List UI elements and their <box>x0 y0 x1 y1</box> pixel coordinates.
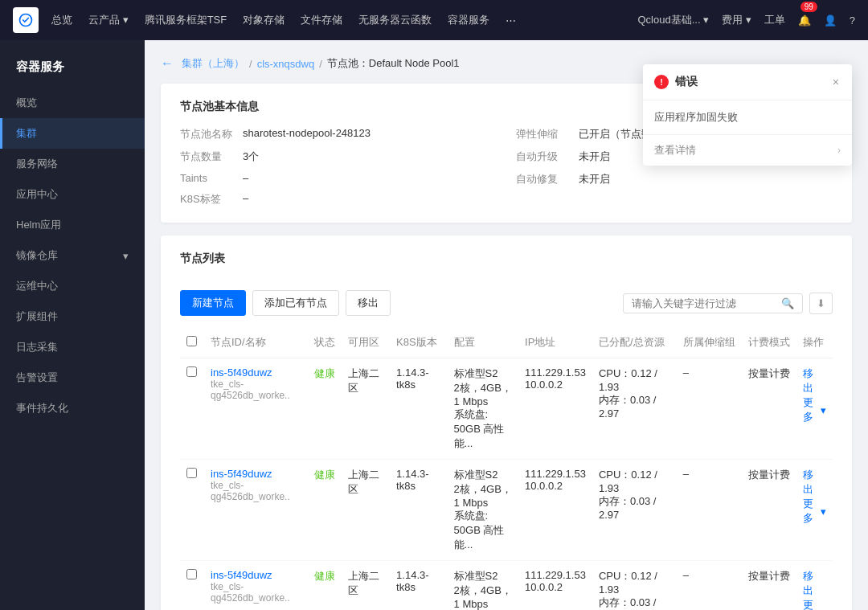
sidebar-item-overview[interactable]: 概览 <box>0 88 145 118</box>
breadcrumb-cluster[interactable]: 集群（上海） <box>182 56 244 71</box>
table-row: ins-5f49duwz tke_cls-qg4526db_worke.. 健康… <box>180 358 833 460</box>
nav-cloud-products[interactable]: 云产品 ▾ <box>88 13 129 27</box>
info-value-autorepair: 未开启 <box>579 172 610 186</box>
info-label-autorepair: 自动修复 <box>516 172 572 186</box>
node-billing-2: 按量计费 <box>742 561 796 611</box>
search-area: 🔍 ⬇ <box>623 293 833 314</box>
nav-user-icon[interactable]: 👤 <box>824 14 837 27</box>
row-checkbox-0[interactable] <box>186 366 197 377</box>
nav-billing[interactable]: 费用 ▾ <box>722 13 751 27</box>
col-status: 状态 <box>308 327 342 358</box>
col-checkbox <box>180 327 204 358</box>
node-migrate-action-1[interactable]: 移出 <box>803 469 813 495</box>
sidebar-item-registry[interactable]: 镜像仓库 ▾ <box>0 240 145 271</box>
sidebar-item-cluster[interactable]: 集群 <box>0 118 145 149</box>
col-resources: 已分配/总资源 <box>592 327 677 358</box>
node-subname-1: tke_cls-qg4526db_worke.. <box>211 480 301 502</box>
sidebar-item-helm[interactable]: Helm应用 <box>0 210 145 240</box>
error-detail-link[interactable]: 查看详情 › <box>643 134 852 166</box>
new-node-button[interactable]: 新建节点 <box>180 290 246 316</box>
col-action: 操作 <box>796 327 833 358</box>
nav-tke[interactable]: 容器服务 <box>448 13 489 27</box>
node-ip-0: 111.229.1.53 10.0.0.2 <box>518 358 592 460</box>
table-row: ins-5f49duwz tke_cls-qg4526db_worke.. 健康… <box>180 460 833 561</box>
download-icon[interactable]: ⬇ <box>809 293 833 314</box>
col-scale-group: 所属伸缩组 <box>677 327 742 358</box>
dropdown-arrow-icon: ▾ <box>821 607 826 611</box>
node-id-link-1[interactable]: ins-5f49duwz <box>211 468 272 480</box>
node-resources-0: CPU：0.12 / 1.93 内存：0.03 / 2.97 <box>592 358 677 460</box>
row-checkbox-2[interactable] <box>186 569 197 579</box>
sidebar-item-extensions[interactable]: 扩展组件 <box>0 301 145 332</box>
logo[interactable] <box>13 7 39 33</box>
breadcrumb-current: 节点池：Default Node Pool1 <box>327 56 460 71</box>
node-billing-1: 按量计费 <box>742 460 796 561</box>
info-row-k8s-labels: K8S标签 – <box>180 192 497 207</box>
col-k8s: K8S版本 <box>390 327 447 358</box>
migrate-button[interactable]: 移出 <box>346 290 391 316</box>
node-more-action-2[interactable]: 更多 ▾ <box>803 598 826 610</box>
error-message: 应用程序加固失败 <box>654 111 738 123</box>
action-buttons: 新建节点 添加已有节点 移出 <box>180 290 391 316</box>
sidebar-item-logs[interactable]: 日志采集 <box>0 332 145 362</box>
search-input[interactable] <box>632 297 776 309</box>
nav-account[interactable]: Qcloud基础... ▾ <box>638 13 710 27</box>
notification-bell[interactable]: 🔔 99 <box>798 14 811 27</box>
add-existing-button[interactable]: 添加已有节点 <box>252 290 339 316</box>
nav-more[interactable]: ⋯ <box>506 14 516 27</box>
nav-tsf[interactable]: 腾讯服务框架TSF <box>145 13 227 27</box>
nav-cos[interactable]: 对象存储 <box>243 13 285 27</box>
sidebar-title: 容器服务 <box>0 53 145 88</box>
nav-scf[interactable]: 无服务器云函数 <box>358 13 432 27</box>
search-box[interactable]: 🔍 <box>623 293 803 313</box>
info-label-count: 节点数量 <box>180 149 236 164</box>
nav-tools[interactable]: 工单 <box>764 13 785 27</box>
node-status-0: 健康 <box>314 367 335 379</box>
node-migrate-action-2[interactable]: 移出 <box>803 570 813 596</box>
breadcrumb-sep1: / <box>249 58 252 70</box>
node-scalegroup-0: – <box>677 358 742 460</box>
node-more-action-1[interactable]: 更多 ▾ <box>803 497 826 526</box>
info-label-name: 节点池名称 <box>180 127 236 141</box>
nav-cfs[interactable]: 文件存储 <box>301 13 342 27</box>
info-row-taints: Taints – <box>180 172 497 184</box>
node-ip-1: 111.229.1.53 10.0.0.2 <box>518 460 592 561</box>
node-k8s-2: 1.14.3-tk8s <box>390 561 447 611</box>
node-migrate-action-0[interactable]: 移出 <box>803 367 813 394</box>
sidebar-item-network[interactable]: 服务网络 <box>0 149 145 179</box>
breadcrumb-sep2: / <box>319 58 322 70</box>
info-row-count: 节点数量 3个 <box>180 149 497 164</box>
node-config-2: 标准型S2 2核，4GB，1 Mbps 系统盘: 50GB 高性能... <box>448 561 518 611</box>
table-header-row: 节点ID/名称 状态 可用区 K8S版本 配置 IP地址 已分配/总资源 所属伸… <box>180 327 833 358</box>
node-more-action-0[interactable]: 更多 ▾ <box>803 395 826 424</box>
select-all-checkbox[interactable] <box>186 336 197 346</box>
bell-icon: 🔔 <box>798 14 811 27</box>
sidebar-item-events[interactable]: 事件持久化 <box>0 393 145 424</box>
node-actions-1: 移出 更多 ▾ <box>796 460 833 561</box>
node-subname-2: tke_cls-qg4526db_worke.. <box>211 581 301 604</box>
nav-help-icon[interactable]: ? <box>850 14 855 27</box>
back-button[interactable]: ← <box>161 56 174 71</box>
sidebar-item-alerts[interactable]: 告警设置 <box>0 362 145 393</box>
sidebar-item-appcenter[interactable]: 应用中心 <box>0 179 145 210</box>
arrow-icon: ▾ <box>123 250 129 262</box>
breadcrumb-cluster-id[interactable]: cls-xnqsdwq <box>257 58 315 70</box>
node-id-link-0[interactable]: ins-5f49duwz <box>211 366 272 379</box>
node-config-0: 标准型S2 2核，4GB，1 Mbps 系统盘: 50GB 高性能... <box>448 358 518 460</box>
node-id-link-2[interactable]: ins-5f49duwz <box>211 569 272 581</box>
info-value-k8s: – <box>243 192 248 204</box>
error-popup: ! 错误 × 应用程序加固失败 查看详情 › <box>643 64 852 166</box>
sidebar-item-ops[interactable]: 运维中心 <box>0 271 145 301</box>
col-billing: 计费模式 <box>742 327 796 358</box>
search-icon[interactable]: 🔍 <box>781 297 794 309</box>
col-config: 配置 <box>448 327 518 358</box>
nav-overview[interactable]: 总览 <box>51 13 72 27</box>
nav-right: Qcloud基础... ▾ 费用 ▾ 工单 🔔 99 👤 ? <box>638 13 856 27</box>
close-error-button[interactable]: × <box>831 74 841 90</box>
info-value-taints: – <box>243 172 248 184</box>
info-value-count: 3个 <box>243 149 259 164</box>
node-table-body: ins-5f49duwz tke_cls-qg4526db_worke.. 健康… <box>180 358 833 611</box>
row-checkbox-1[interactable] <box>186 468 197 478</box>
node-zone-0: 上海二区 <box>342 358 390 460</box>
node-ip-2: 111.229.1.53 10.0.0.2 <box>518 561 592 611</box>
